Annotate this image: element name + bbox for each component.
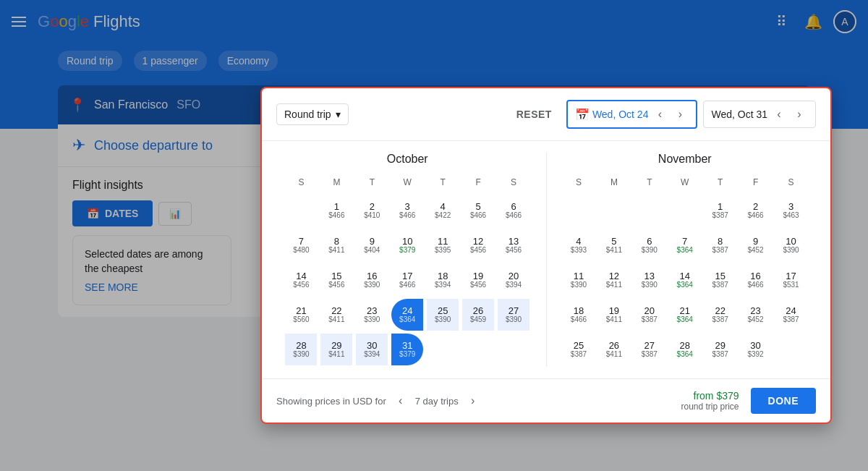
- calendar-day-cell[interactable]: 25 $390: [425, 297, 461, 332]
- day-oct-26[interactable]: 26 $459: [462, 299, 494, 331]
- calendar-day-cell[interactable]: 21 $560: [284, 297, 319, 332]
- day-oct-11[interactable]: 11 $395: [427, 229, 459, 261]
- day-nov-30[interactable]: 30 $392: [740, 334, 772, 365]
- day-oct-18[interactable]: 18 $394: [427, 264, 459, 296]
- trips-prev-arrow[interactable]: ‹: [392, 392, 409, 410]
- calendar-day-cell[interactable]: 17 $531: [773, 263, 809, 297]
- departure-date-selector[interactable]: 📅 Wed, Oct 24 ‹ ›: [566, 100, 698, 129]
- calendar-day-cell[interactable]: 29 $411: [319, 332, 354, 367]
- day-oct-8[interactable]: 8 $411: [320, 229, 352, 261]
- day-nov-7[interactable]: 7 $364: [669, 229, 701, 261]
- calendar-day-cell[interactable]: 24 $364: [390, 297, 425, 332]
- calendar-day-cell[interactable]: 12 $411: [596, 263, 631, 297]
- calendar-day-cell[interactable]: 7 $480: [284, 228, 319, 263]
- calendar-day-cell[interactable]: 10 $390: [773, 228, 809, 263]
- day-oct-9[interactable]: 9 $404: [356, 229, 388, 261]
- calendar-day-cell[interactable]: 28 $390: [284, 332, 319, 367]
- calendar-day-cell[interactable]: 10 $379: [390, 228, 425, 263]
- day-oct-3[interactable]: 3 $466: [391, 195, 423, 226]
- day-oct-21[interactable]: 21 $560: [285, 299, 317, 331]
- day-oct-30[interactable]: 30 $394: [356, 334, 388, 365]
- calendar-day-cell[interactable]: 17 $466: [390, 263, 425, 297]
- day-nov-26[interactable]: 26 $411: [598, 334, 630, 365]
- calendar-day-cell[interactable]: 28 $364: [667, 332, 702, 367]
- calendar-day-cell[interactable]: 19 $411: [596, 297, 631, 332]
- return-date-selector[interactable]: Wed, Oct 31 ‹ ›: [703, 101, 816, 128]
- day-oct-1[interactable]: 1 $466: [320, 195, 352, 226]
- day-nov-28[interactable]: 28 $364: [669, 334, 701, 365]
- calendar-day-cell[interactable]: 1 $387: [702, 193, 738, 228]
- calendar-day-cell[interactable]: 5 $466: [461, 193, 496, 228]
- day-nov-10[interactable]: 10 $390: [775, 229, 807, 261]
- calendar-day-cell[interactable]: 3 $463: [773, 193, 809, 228]
- calendar-day-cell[interactable]: 22 $387: [702, 297, 738, 332]
- day-oct-5[interactable]: 5 $466: [462, 195, 494, 226]
- return-next-arrow[interactable]: ›: [791, 106, 808, 123]
- day-nov-15[interactable]: 15 $387: [705, 264, 736, 296]
- day-nov-24[interactable]: 24 $387: [775, 299, 807, 331]
- day-nov-27[interactable]: 27 $387: [634, 334, 665, 365]
- calendar-day-cell[interactable]: 16 $466: [738, 263, 773, 297]
- return-prev-arrow[interactable]: ‹: [770, 106, 788, 123]
- day-nov-2[interactable]: 2 $466: [740, 195, 772, 226]
- calendar-day-cell[interactable]: 2 $410: [354, 193, 390, 228]
- calendar-day-cell[interactable]: 30 $392: [738, 332, 773, 367]
- calendar-day-cell[interactable]: 2 $466: [738, 193, 773, 228]
- day-oct-17[interactable]: 17 $466: [391, 264, 423, 296]
- day-nov-19[interactable]: 19 $411: [598, 299, 630, 331]
- calendar-day-cell[interactable]: 1 $466: [319, 193, 354, 228]
- calendar-day-cell[interactable]: 19 $456: [461, 263, 496, 297]
- day-nov-8[interactable]: 8 $387: [705, 229, 736, 261]
- calendar-day-cell[interactable]: 12 $456: [461, 228, 496, 263]
- calendar-day-cell[interactable]: 20 $394: [496, 263, 532, 297]
- calendar-day-cell[interactable]: 24 $387: [773, 297, 809, 332]
- calendar-day-cell[interactable]: 26 $411: [596, 332, 631, 367]
- day-oct-2[interactable]: 2 $410: [356, 195, 388, 226]
- day-oct-4[interactable]: 4 $422: [427, 195, 459, 226]
- day-nov-18[interactable]: 18 $466: [563, 299, 595, 331]
- calendar-day-cell[interactable]: 15 $387: [702, 263, 738, 297]
- calendar-day-cell[interactable]: 31 $379: [390, 332, 425, 367]
- day-nov-25[interactable]: 25 $387: [563, 334, 595, 365]
- calendar-day-cell[interactable]: 16 $390: [354, 263, 390, 297]
- calendar-day-cell[interactable]: 6 $390: [631, 228, 667, 263]
- calendar-day-cell[interactable]: 13 $456: [496, 228, 532, 263]
- day-oct-24[interactable]: 24 $364: [391, 299, 423, 331]
- calendar-day-cell[interactable]: 6 $466: [496, 193, 532, 228]
- day-oct-28[interactable]: 28 $390: [285, 334, 317, 365]
- day-nov-11[interactable]: 11 $390: [563, 264, 595, 296]
- calendar-day-cell[interactable]: 4 $393: [561, 228, 597, 263]
- day-nov-20[interactable]: 20 $387: [634, 299, 665, 331]
- day-nov-16[interactable]: 16 $466: [740, 264, 772, 296]
- calendar-day-cell[interactable]: 7 $364: [667, 228, 702, 263]
- day-oct-31[interactable]: 31 $379: [391, 334, 423, 365]
- calendar-day-cell[interactable]: 27 $387: [631, 332, 667, 367]
- day-oct-22[interactable]: 22 $411: [320, 299, 352, 331]
- day-nov-23[interactable]: 23 $452: [740, 299, 772, 331]
- departure-next-arrow[interactable]: ›: [671, 106, 689, 123]
- trip-type-selector[interactable]: Round trip ▾: [276, 103, 349, 125]
- day-nov-4[interactable]: 4 $393: [563, 229, 595, 261]
- calendar-day-cell[interactable]: 26 $459: [461, 297, 496, 332]
- calendar-day-cell[interactable]: 22 $411: [319, 297, 354, 332]
- calendar-day-cell[interactable]: 9 $452: [738, 228, 773, 263]
- calendar-day-cell[interactable]: 13 $390: [631, 263, 667, 297]
- day-oct-20[interactable]: 20 $394: [498, 264, 529, 296]
- calendar-day-cell[interactable]: 29 $387: [702, 332, 738, 367]
- calendar-day-cell[interactable]: 27 $390: [496, 297, 532, 332]
- calendar-day-cell[interactable]: 23 $452: [738, 297, 773, 332]
- day-oct-23[interactable]: 23 $390: [356, 299, 388, 331]
- calendar-day-cell[interactable]: 8 $387: [702, 228, 738, 263]
- calendar-day-cell[interactable]: 20 $387: [631, 297, 667, 332]
- calendar-day-cell[interactable]: 18 $394: [425, 263, 461, 297]
- calendar-day-cell[interactable]: 25 $387: [561, 332, 597, 367]
- calendar-day-cell[interactable]: 9 $404: [354, 228, 390, 263]
- calendar-day-cell[interactable]: 8 $411: [319, 228, 354, 263]
- day-oct-13[interactable]: 13 $456: [498, 229, 529, 261]
- trips-next-arrow[interactable]: ›: [464, 392, 482, 410]
- day-oct-19[interactable]: 19 $456: [462, 264, 494, 296]
- day-oct-12[interactable]: 12 $456: [462, 229, 494, 261]
- day-nov-12[interactable]: 12 $411: [598, 264, 630, 296]
- calendar-day-cell[interactable]: 3 $466: [390, 193, 425, 228]
- day-nov-6[interactable]: 6 $390: [634, 229, 665, 261]
